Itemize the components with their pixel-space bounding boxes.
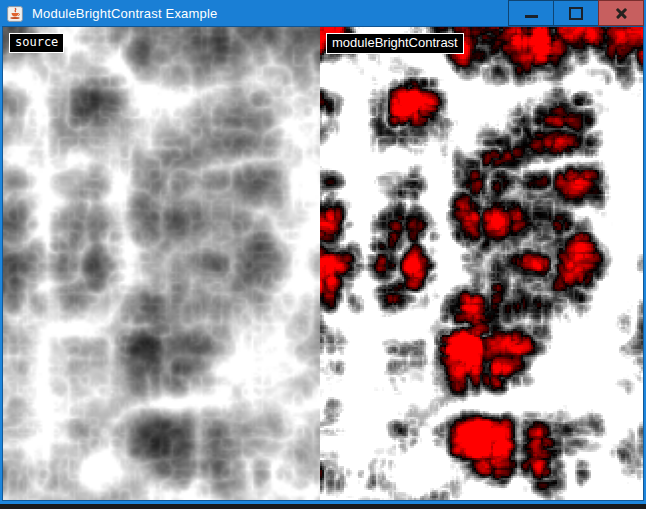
panel-modulebrightcontrast: moduleBrightContrast: [320, 27, 643, 500]
source-image-canvas: [3, 27, 320, 500]
minimize-icon: [525, 15, 538, 18]
modulebrightcontrast-image-canvas: [320, 27, 643, 500]
java-app-icon: [7, 6, 23, 22]
panel-source: source: [3, 27, 320, 500]
app-window: ModuleBrightContrast Example source modu…: [0, 0, 646, 504]
desktop-background: [0, 504, 646, 509]
window-title: ModuleBrightContrast Example: [32, 6, 218, 21]
image-viewport: source moduleBrightContrast: [3, 27, 643, 500]
titlebar[interactable]: ModuleBrightContrast Example: [0, 0, 646, 27]
window-controls: [508, 0, 644, 26]
source-image-label: source: [9, 33, 64, 53]
close-icon: [615, 7, 628, 20]
maximize-icon: [569, 7, 583, 20]
minimize-button[interactable]: [508, 0, 554, 26]
maximize-button[interactable]: [553, 0, 599, 26]
close-button[interactable]: [598, 0, 644, 26]
modulebrightcontrast-image-label: moduleBrightContrast: [326, 33, 464, 54]
